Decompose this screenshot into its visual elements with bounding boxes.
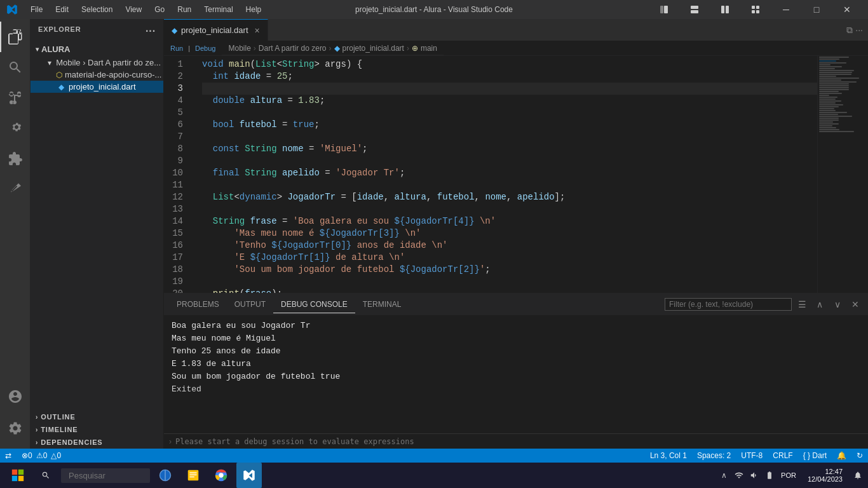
svg-rect-9 bbox=[756, 10, 759, 13]
activity-source-control[interactable] bbox=[0, 83, 31, 113]
scroll-to-top-button[interactable]: ∧ bbox=[812, 297, 827, 312]
sidebar: Explorer ··· ▾ ALURA ▾ Mobile › Dart A p… bbox=[31, 19, 164, 449]
customize-layout-button[interactable] bbox=[741, 0, 770, 19]
code-content[interactable]: void main(List<String> args) { int idade… bbox=[194, 56, 817, 293]
folder-icon: ▾ bbox=[46, 58, 53, 67]
svg-rect-11 bbox=[18, 470, 24, 475]
tab-problems[interactable]: PROBLEMS bbox=[169, 296, 227, 313]
tray-network[interactable] bbox=[734, 470, 744, 480]
debug-input[interactable] bbox=[175, 437, 863, 446]
menu-run[interactable]: Run bbox=[172, 4, 196, 15]
close-button[interactable]: ✕ bbox=[832, 0, 862, 19]
main-layout: Explorer ··· ▾ ALURA ▾ Mobile › Dart A p… bbox=[0, 19, 868, 449]
menu-terminal[interactable]: Terminal bbox=[199, 4, 238, 15]
notifications-button[interactable]: 🔔 bbox=[832, 449, 851, 463]
title-bar: File Edit Selection View Go Run Terminal… bbox=[0, 0, 868, 19]
menu-help[interactable]: Help bbox=[241, 4, 267, 15]
run-link[interactable]: Run bbox=[170, 44, 183, 52]
svg-rect-18 bbox=[190, 477, 194, 477]
split-editor-button[interactable] bbox=[710, 0, 740, 19]
title-bar-menu: File Edit Selection View Go Run Terminal… bbox=[25, 4, 266, 15]
alura-section-header[interactable]: ▾ ALURA bbox=[31, 42, 163, 57]
more-actions-button[interactable]: ··· bbox=[855, 25, 863, 35]
split-right-button[interactable]: ⧉ bbox=[846, 25, 853, 36]
editor-area: ◆ projeto_inicial.dart × ⧉ ··· Run | Deb… bbox=[164, 19, 868, 449]
spaces-indicator[interactable]: Spaces: 2 bbox=[692, 449, 736, 463]
menu-file[interactable]: File bbox=[25, 4, 48, 15]
encoding-indicator[interactable]: UTF-8 bbox=[736, 449, 768, 463]
sidebar-item-projeto[interactable]: ◆ projeto_inicial.dart bbox=[31, 81, 163, 93]
taskbar-vscode-app[interactable] bbox=[236, 463, 262, 488]
sidebar-toggle-button[interactable] bbox=[649, 0, 679, 19]
activity-test[interactable] bbox=[0, 174, 31, 205]
activity-run-debug[interactable] bbox=[0, 113, 31, 144]
ln-col-indicator[interactable]: Ln 3, Col 1 bbox=[645, 449, 692, 463]
minimap-preview bbox=[818, 56, 868, 293]
minimize-button[interactable]: ─ bbox=[771, 0, 801, 19]
menu-view[interactable]: View bbox=[120, 4, 147, 15]
activity-explorer[interactable] bbox=[0, 22, 31, 52]
sidebar-item-material[interactable]: ⬡ material-de-apoio-curso-... bbox=[31, 69, 163, 81]
maximize-button[interactable]: □ bbox=[802, 0, 831, 19]
outline-section[interactable]: › OUTLINE bbox=[31, 410, 163, 423]
activity-settings[interactable] bbox=[0, 413, 31, 444]
line-ending-indicator[interactable]: CRLF bbox=[768, 449, 797, 463]
explorer-more-button[interactable]: ··· bbox=[146, 25, 156, 37]
svg-rect-13 bbox=[18, 476, 24, 481]
dependencies-section[interactable]: › DEPENDENCIES bbox=[31, 436, 163, 449]
tray-notifications[interactable] bbox=[853, 470, 863, 480]
warning-icon: ⚠ bbox=[36, 451, 43, 460]
window-title: projeto_inicial.dart - Alura - Visual St… bbox=[355, 5, 513, 14]
svg-rect-10 bbox=[12, 470, 17, 475]
filter-results-button[interactable]: ☰ bbox=[794, 297, 810, 312]
svg-rect-4 bbox=[721, 6, 724, 13]
activity-account[interactable] bbox=[0, 381, 31, 412]
clear-console-button[interactable]: ∨ bbox=[830, 297, 845, 312]
errors-indicator[interactable]: ⊗ 0 ⚠ 0 △ 0 bbox=[17, 449, 66, 463]
clock[interactable]: 12:47 12/04/2023 bbox=[803, 468, 848, 483]
sidebar-item-mobile[interactable]: ▾ Mobile › Dart A partir do ze... bbox=[31, 57, 163, 69]
tray-battery[interactable] bbox=[764, 470, 775, 480]
code-editor[interactable]: 12345678910111213141516171819202122 void… bbox=[164, 56, 817, 293]
line-numbers: 12345678910111213141516171819202122 bbox=[164, 56, 194, 293]
menu-go[interactable]: Go bbox=[149, 4, 170, 15]
editor-layout-button[interactable] bbox=[680, 0, 709, 19]
language-indicator[interactable]: { } Dart bbox=[798, 449, 832, 463]
file-tree: ▾ Mobile › Dart A partir do ze... ⬡ mate… bbox=[31, 57, 163, 93]
tray-lang[interactable]: POR bbox=[780, 470, 797, 480]
taskbar-search-input[interactable] bbox=[61, 468, 150, 483]
taskbar-files-app[interactable] bbox=[180, 463, 206, 488]
breadcrumb: Mobile › Dart A partir do zero › ◆ proje… bbox=[222, 41, 443, 55]
tab-close-button[interactable]: × bbox=[255, 25, 260, 36]
taskbar-chrome-app[interactable] bbox=[208, 463, 234, 488]
tray-chevron[interactable]: ∧ bbox=[719, 470, 729, 480]
tab-bar: ◆ projeto_inicial.dart × ⧉ ··· bbox=[164, 19, 868, 41]
menu-selection[interactable]: Selection bbox=[76, 4, 118, 15]
debug-console-output: Boa galera eu sou Jogador TrMas meu nome… bbox=[164, 316, 868, 433]
remote-indicator[interactable]: ⇄ bbox=[0, 449, 17, 463]
svg-rect-3 bbox=[691, 10, 698, 13]
debug-link[interactable]: Debug bbox=[195, 44, 215, 52]
svg-rect-17 bbox=[190, 475, 197, 475]
start-button[interactable] bbox=[5, 463, 31, 488]
active-tab[interactable]: ◆ projeto_inicial.dart × bbox=[164, 19, 268, 41]
dart-file-icon: ◆ bbox=[56, 83, 66, 92]
activity-bar bbox=[0, 19, 31, 449]
activity-search[interactable] bbox=[0, 52, 31, 83]
panel-actions: ☰ ∧ ∨ ✕ bbox=[665, 297, 863, 312]
taskbar-globe-app[interactable] bbox=[153, 463, 178, 488]
menu-edit[interactable]: Edit bbox=[50, 4, 74, 15]
tab-debug-console[interactable]: DEBUG CONSOLE bbox=[273, 296, 355, 313]
file-icon: ⬡ bbox=[56, 71, 62, 79]
activity-extensions[interactable] bbox=[0, 144, 31, 174]
sync-button[interactable]: ↻ bbox=[851, 449, 868, 463]
tray-volume[interactable] bbox=[749, 470, 759, 480]
chevron-right-icon: › bbox=[36, 426, 38, 433]
filter-input[interactable] bbox=[665, 298, 792, 311]
breadcrumb-bar: Run | Debug Mobile › Dart A partir do ze… bbox=[164, 41, 868, 56]
timeline-section[interactable]: › TIMELINE bbox=[31, 423, 163, 436]
tab-output[interactable]: OUTPUT bbox=[227, 296, 273, 313]
close-panel-button[interactable]: ✕ bbox=[848, 297, 863, 312]
tab-terminal[interactable]: TERMINAL bbox=[355, 296, 409, 313]
search-bar-container[interactable] bbox=[33, 463, 58, 488]
